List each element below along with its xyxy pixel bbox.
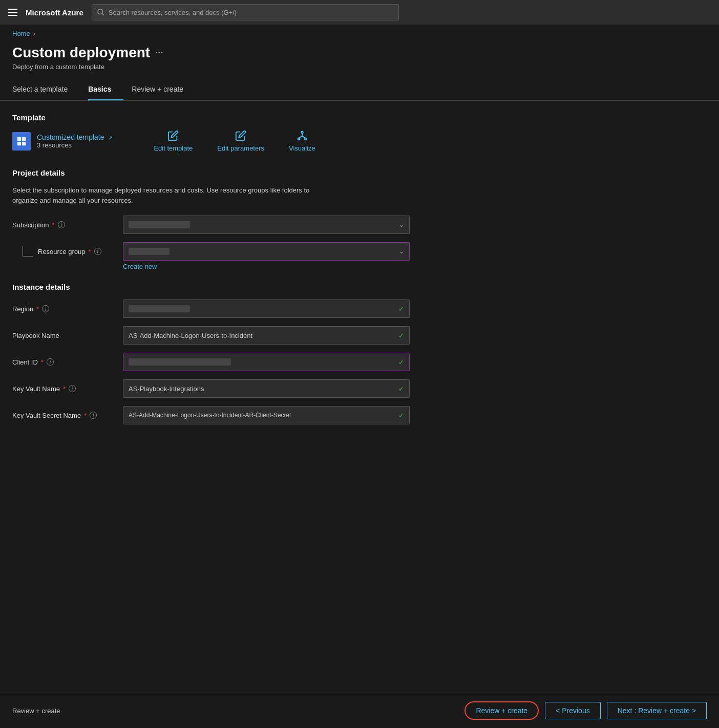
client-id-required: *	[41, 358, 44, 366]
subscription-row: Subscription * i ⌄	[12, 216, 707, 234]
review-create-button[interactable]: Review + create	[464, 701, 539, 720]
create-new-link[interactable]: Create new	[123, 263, 707, 270]
region-dropdown[interactable]: ✓	[123, 299, 410, 318]
previous-button[interactable]: < Previous	[545, 702, 601, 719]
project-desc: Select the subscription to manage deploy…	[12, 185, 330, 205]
client-id-value	[129, 358, 231, 366]
svg-point-0	[98, 9, 103, 14]
region-value	[129, 305, 190, 312]
region-info-icon[interactable]: i	[42, 305, 49, 312]
template-text: Customized template ↗ 3 resources	[37, 133, 113, 149]
project-details-section: Project details Select the subscription …	[12, 168, 707, 270]
next-button[interactable]: Next : Review + create >	[607, 702, 707, 719]
template-info: Customized template ↗ 3 resources	[12, 132, 113, 151]
visualize-button[interactable]: Visualize	[289, 130, 315, 152]
key-vault-secret-row: Key Vault Secret Name * i AS-Add-Machine…	[12, 406, 707, 424]
key-vault-secret-label: Key Vault Secret Name * i	[12, 412, 115, 419]
edit-template-button[interactable]: Edit template	[154, 130, 193, 152]
subscription-required: *	[52, 221, 55, 229]
page-header: Custom deployment ··· Deploy from a cust…	[0, 42, 719, 79]
key-vault-secret-info-icon[interactable]: i	[90, 412, 97, 419]
template-row: Customized template ↗ 3 resources Edit t…	[12, 130, 707, 152]
playbook-name-value: AS-Add-Machine-Logon-Users-to-Incident	[129, 332, 252, 339]
edit-parameters-button[interactable]: Edit parameters	[217, 130, 264, 152]
tab-select-template[interactable]: Select a template	[12, 79, 80, 100]
subscription-info-icon[interactable]: i	[58, 221, 65, 228]
search-bar[interactable]: Search resources, services, and docs (G+…	[92, 4, 399, 20]
tree-line	[23, 246, 33, 256]
page-subtitle: Deploy from a custom template	[12, 63, 707, 71]
key-vault-name-info-icon[interactable]: i	[69, 385, 76, 392]
playbook-name-input[interactable]: AS-Add-Machine-Logon-Users-to-Incident ✓	[123, 326, 410, 345]
region-required: *	[36, 305, 39, 313]
resource-group-required: *	[89, 248, 91, 255]
page-options-button[interactable]: ···	[155, 48, 163, 58]
svg-line-10	[299, 136, 302, 138]
client-id-info-icon[interactable]: i	[47, 358, 54, 366]
resource-group-info-icon[interactable]: i	[94, 248, 101, 255]
subscription-dropdown[interactable]: ⌄	[123, 216, 410, 234]
playbook-name-row: Playbook Name AS-Add-Machine-Logon-Users…	[12, 326, 707, 345]
breadcrumb-home[interactable]: Home	[12, 30, 30, 37]
client-id-label: Client ID * i	[12, 358, 115, 366]
playbook-name-valid-icon: ✓	[398, 332, 404, 339]
project-details-title: Project details	[12, 168, 707, 177]
key-vault-name-label: Key Vault Name * i	[12, 385, 115, 393]
top-nav: Microsoft Azure Search resources, servic…	[0, 0, 719, 25]
visualize-icon	[297, 130, 308, 141]
region-row: Region * i ✓	[12, 299, 707, 318]
key-vault-name-value: AS-Playbook-Integrations	[129, 385, 204, 393]
subscription-label: Subscription * i	[12, 221, 115, 229]
footer: Review + create Review + create < Previo…	[0, 693, 719, 728]
region-valid-icon: ✓	[398, 305, 404, 313]
search-icon	[97, 9, 104, 16]
external-link-icon: ↗	[108, 135, 113, 141]
key-vault-secret-input[interactable]: AS-Add-Machine-Logon-Users-to-Incident-A…	[123, 406, 410, 424]
resource-group-dropdown[interactable]: ⌄	[123, 242, 410, 261]
key-vault-secret-required: *	[84, 412, 87, 419]
client-id-input[interactable]: ✓	[123, 353, 410, 371]
template-resources: 3 resources	[37, 141, 113, 149]
subscription-chevron-icon: ⌄	[399, 221, 404, 228]
page-title-row: Custom deployment ···	[12, 45, 707, 61]
breadcrumb-separator: ›	[33, 30, 35, 37]
edit-template-icon	[167, 130, 179, 141]
svg-line-11	[302, 136, 305, 138]
key-vault-name-input[interactable]: AS-Playbook-Integrations ✓	[123, 379, 410, 398]
client-id-row: Client ID * i ✓	[12, 353, 707, 371]
svg-rect-4	[17, 141, 21, 145]
key-vault-secret-valid-icon: ✓	[398, 412, 404, 419]
svg-point-8	[305, 138, 307, 140]
instance-details-section: Instance details Region * i ✓ Playbook N…	[12, 283, 707, 424]
svg-line-1	[102, 13, 104, 15]
hamburger-menu[interactable]	[8, 9, 17, 16]
svg-point-7	[298, 138, 300, 140]
tabs: Select a template Basics Review + create	[0, 79, 719, 101]
template-name-link[interactable]: Customized template ↗	[37, 133, 113, 141]
tab-review-create[interactable]: Review + create	[132, 79, 196, 100]
edit-parameters-icon	[235, 130, 246, 141]
breadcrumb: Home ›	[0, 25, 719, 42]
key-vault-secret-value: AS-Add-Machine-Logon-Users-to-Incident-A…	[129, 412, 291, 419]
client-id-valid-icon: ✓	[398, 358, 404, 366]
template-actions: Edit template Edit parameters Vi	[154, 130, 315, 152]
brand-name: Microsoft Azure	[26, 8, 83, 17]
key-vault-name-required: *	[63, 385, 66, 393]
playbook-name-label: Playbook Name	[12, 332, 115, 339]
instance-details-title: Instance details	[12, 283, 707, 291]
resource-group-chevron-icon: ⌄	[399, 248, 404, 255]
page-title: Custom deployment	[12, 45, 150, 61]
subscription-value	[129, 221, 190, 228]
template-section-title: Template	[12, 113, 707, 122]
svg-point-6	[301, 132, 303, 134]
resource-group-label: Resource group * i	[12, 246, 115, 256]
template-grid-icon	[16, 136, 27, 147]
region-label: Region * i	[12, 305, 115, 313]
resource-group-value	[129, 248, 170, 255]
footer-left-label: Review + create	[12, 707, 60, 715]
svg-rect-2	[17, 137, 21, 140]
key-vault-name-row: Key Vault Name * i AS-Playbook-Integrati…	[12, 379, 707, 398]
tab-basics[interactable]: Basics	[88, 79, 123, 100]
main-content: Template Customized template ↗ 3 resourc…	[0, 113, 719, 424]
key-vault-name-valid-icon: ✓	[398, 385, 404, 393]
